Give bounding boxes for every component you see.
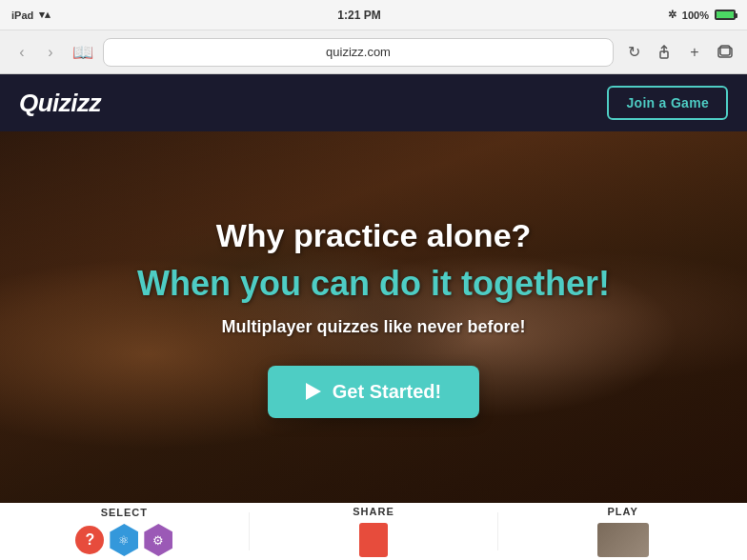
share-label: SHARE xyxy=(353,506,394,517)
select-icons: ? ⚛ ⚙ xyxy=(75,524,172,556)
get-started-button[interactable]: Get Started! xyxy=(268,366,479,418)
play-icons xyxy=(597,523,649,557)
bookmarks-button[interactable]: 📖 xyxy=(71,40,95,65)
tabs-button[interactable] xyxy=(713,40,737,65)
atom-icon: ⚛ xyxy=(110,524,138,556)
reload-button[interactable]: ↻ xyxy=(621,40,646,65)
play-icon xyxy=(306,383,321,400)
join-game-button[interactable]: Join a Game xyxy=(607,86,728,120)
status-bar: iPad ▾▴ 1:21 PM ✲ 100% xyxy=(0,0,747,30)
share-icons xyxy=(359,523,388,557)
status-left: iPad ▾▴ xyxy=(11,9,50,21)
device-label: iPad xyxy=(11,10,33,21)
wifi-icon: ▾▴ xyxy=(39,9,50,21)
url-text: quizizz.com xyxy=(326,45,391,59)
share-button[interactable] xyxy=(652,40,676,65)
share-column: SHARE xyxy=(250,503,498,560)
question-icon: ? xyxy=(75,526,104,554)
new-tab-button[interactable]: + xyxy=(682,40,707,65)
play-thumbnail xyxy=(597,523,649,557)
browser-bar: ‹ › 📖 quizizz.com ↻ + xyxy=(0,30,747,74)
browser-actions: ↻ + xyxy=(621,40,737,65)
bottom-section: SELECT ? ⚛ ⚙ SHARE PLAY xyxy=(0,503,747,560)
status-right: ✲ 100% xyxy=(668,9,736,21)
play-column: PLAY xyxy=(498,503,747,560)
forward-button[interactable]: › xyxy=(38,40,63,65)
gear-icon: ⚙ xyxy=(144,524,172,556)
browser-navigation: ‹ › xyxy=(10,40,63,65)
battery-icon xyxy=(715,10,736,20)
select-column: SELECT ? ⚛ ⚙ xyxy=(0,503,249,560)
address-bar[interactable]: quizizz.com xyxy=(103,38,614,67)
hero-subtitle: When you can do it together! xyxy=(137,264,610,304)
hero-title: Why practice alone? xyxy=(216,217,532,254)
status-time: 1:21 PM xyxy=(337,9,380,22)
back-button[interactable]: ‹ xyxy=(10,40,34,65)
hero-description: Multiplayer quizzes like never before! xyxy=(221,317,525,337)
select-label: SELECT xyxy=(101,507,148,518)
play-label: PLAY xyxy=(608,506,638,517)
site-logo: Quizizz xyxy=(19,89,101,118)
get-started-label: Get Started! xyxy=(333,381,441,403)
bluetooth-icon: ✲ xyxy=(668,9,676,21)
hero-section: Why practice alone? When you can do it t… xyxy=(0,131,747,503)
hero-content: Why practice alone? When you can do it t… xyxy=(0,131,747,503)
site-header: Quizizz Join a Game xyxy=(0,74,747,131)
share-thumbnail xyxy=(359,523,388,557)
battery-label: 100% xyxy=(682,10,709,21)
